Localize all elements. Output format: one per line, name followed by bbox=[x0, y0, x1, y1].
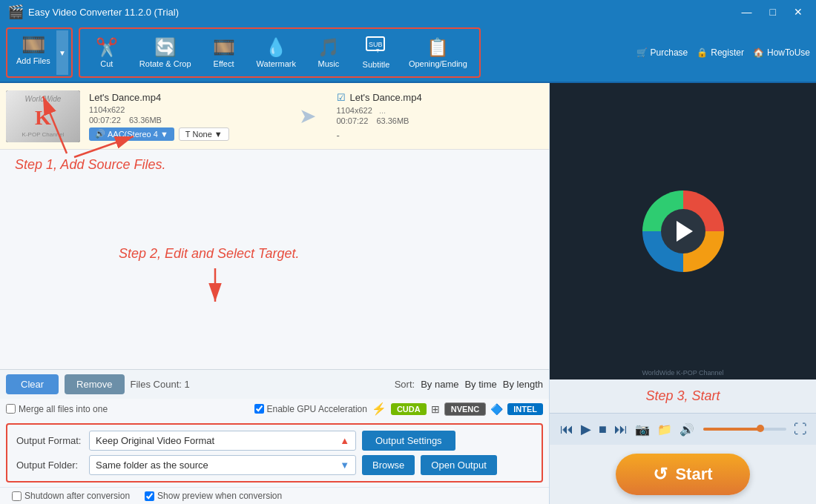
play-button-overlay bbox=[661, 209, 705, 253]
sort-by-time[interactable]: By time bbox=[464, 379, 496, 390]
intel-icon: 🔷 bbox=[490, 403, 503, 415]
start-label: Start bbox=[675, 465, 712, 484]
enable-gpu-input[interactable] bbox=[254, 404, 264, 414]
volume-slider[interactable] bbox=[703, 428, 786, 431]
output-duration-size: 00:07:22 63.36MB bbox=[337, 116, 535, 125]
how-to-use-icon: 🏠 bbox=[753, 47, 764, 58]
gpu-nvenc-icon: ⊞ bbox=[431, 403, 440, 415]
start-button[interactable]: ↺ Start bbox=[616, 454, 749, 495]
register-icon: 🔒 bbox=[697, 47, 708, 58]
music-button[interactable]: 🎵 Music bbox=[306, 31, 351, 74]
output-dash: - bbox=[337, 130, 535, 141]
open-folder-btn[interactable]: 📁 bbox=[656, 421, 674, 438]
audio-track-btn[interactable]: 🔊 AAC(Stereo 4 ▼ bbox=[89, 127, 174, 141]
show-preview-input[interactable] bbox=[145, 491, 154, 501]
output-folder-row: Output Folder: Same folder as the source… bbox=[16, 455, 533, 475]
stop-btn[interactable]: ■ bbox=[597, 420, 608, 439]
output-folder-arrow: ▼ bbox=[340, 460, 349, 471]
step3-text: Step 3, Start bbox=[645, 388, 720, 404]
enable-gpu-label: Enable GPU Acceleration bbox=[267, 404, 367, 414]
left-panel: WorldWide K K-POP Channel Let's Dance.mp… bbox=[0, 83, 549, 504]
bottom-bar: Clear Remove Files Count: 1 Sort: By nam… bbox=[0, 369, 549, 399]
source-file-name: Let's Dance.mp4 bbox=[89, 92, 287, 103]
music-label: Music bbox=[318, 59, 340, 68]
volume-thumb bbox=[757, 425, 764, 432]
nvenc-badge[interactable]: NVENC bbox=[444, 402, 487, 416]
register-button[interactable]: 🔒 Register bbox=[697, 47, 744, 58]
add-files-icon: 🎞️ bbox=[22, 33, 45, 56]
files-count: Files Count: 1 bbox=[131, 379, 190, 390]
minimize-btn[interactable]: — bbox=[736, 4, 758, 19]
sort-label: Sort: bbox=[395, 379, 415, 390]
enable-gpu-checkbox[interactable]: Enable GPU Acceleration bbox=[254, 404, 367, 414]
remove-button[interactable]: Remove bbox=[65, 374, 124, 394]
skip-forward-btn[interactable]: ⏭ bbox=[613, 420, 629, 439]
purchase-icon: 🛒 bbox=[636, 47, 648, 58]
shutdown-input[interactable] bbox=[12, 491, 22, 501]
output-settings-area: Output Format: Keep Original Video Forma… bbox=[6, 423, 543, 483]
maximize-btn[interactable]: □ bbox=[764, 4, 782, 19]
watermark-button[interactable]: 💧 Watermark bbox=[249, 31, 303, 74]
subtitle-icon: SUB T bbox=[366, 36, 386, 59]
output-folder-select[interactable]: Same folder as the source ▼ bbox=[89, 455, 356, 475]
intel-badge[interactable]: INTEL bbox=[507, 403, 543, 415]
output-format-row: Output Format: Keep Original Video Forma… bbox=[16, 431, 533, 451]
output-format-select[interactable]: Keep Original Video Format ▲ bbox=[89, 431, 356, 451]
app-icon: 🎬 bbox=[7, 4, 24, 20]
add-files-button[interactable]: 🎞️ Add Files bbox=[10, 30, 56, 73]
sort-by-name[interactable]: By name bbox=[421, 379, 458, 390]
step2-text: Step 2, Edit and Select Target. bbox=[119, 246, 300, 262]
music-icon: 🎵 bbox=[317, 37, 340, 58]
volume-btn[interactable]: 🔊 bbox=[678, 421, 696, 438]
cut-icon: ✂️ bbox=[96, 37, 118, 58]
start-icon: ↺ bbox=[653, 464, 668, 485]
subtitle-track-btn[interactable]: T None ▼ bbox=[179, 127, 229, 141]
subtitle-button[interactable]: SUB T Subtitle bbox=[354, 31, 398, 74]
edit-tools-group: ✂️ Cut 🔄 Rotate & Crop 🎞️ Effect 💧 Water… bbox=[79, 27, 481, 78]
sort-by-length[interactable]: By length bbox=[503, 379, 543, 390]
channel-label: WorldWide K-POP Channel bbox=[642, 369, 723, 377]
svg-text:T: T bbox=[376, 48, 380, 53]
purchase-button[interactable]: 🛒 Purchase bbox=[636, 47, 688, 58]
output-folder-value: Same folder as the source bbox=[96, 460, 208, 471]
merge-files-input[interactable] bbox=[6, 404, 16, 414]
skip-back-btn[interactable]: ⏮ bbox=[559, 420, 575, 439]
opening-ending-label: Opening/Ending bbox=[409, 59, 467, 68]
step3-area: Step 3, Start bbox=[550, 379, 816, 413]
opening-ending-button[interactable]: 📋 Opening/Ending bbox=[401, 31, 475, 74]
add-files-dropdown-btn[interactable]: ▼ bbox=[56, 30, 68, 75]
output-resolution: 1104x622 ... bbox=[337, 106, 535, 115]
register-label: Register bbox=[711, 47, 744, 58]
file-thumbnail: WorldWide K K-POP Channel bbox=[6, 90, 80, 142]
top-right-area: 🛒 Purchase 🔒 Register 🏠 HowToUse bbox=[636, 47, 810, 58]
play-btn[interactable]: ▶ bbox=[579, 420, 593, 439]
main-area: WorldWide K K-POP Channel Let's Dance.mp… bbox=[0, 83, 816, 504]
player-controls: ⏮ ▶ ■ ⏭ 📷 📁 🔊 ⛶ bbox=[550, 413, 816, 445]
preview-image: WorldWide K-POP Channel bbox=[550, 83, 816, 379]
open-output-button[interactable]: Open Output bbox=[421, 455, 496, 475]
rotate-label: Rotate & Crop bbox=[139, 59, 191, 68]
preview-area: WorldWide K-POP Channel bbox=[550, 83, 816, 379]
output-settings-button[interactable]: Output Settings bbox=[362, 431, 455, 451]
app-title: Easy Video Converter 11.2.0 (Trial) bbox=[28, 7, 179, 18]
output-format-label: Output Format: bbox=[16, 435, 83, 446]
step1-text: Step 1, Add Source Files. bbox=[15, 157, 165, 173]
how-to-use-label: HowToUse bbox=[767, 47, 810, 58]
rotate-crop-button[interactable]: 🔄 Rotate & Crop bbox=[132, 31, 199, 74]
show-preview-checkbox[interactable]: Show preview when conversion bbox=[145, 491, 282, 501]
cuda-badge[interactable]: CUDA bbox=[391, 403, 427, 415]
screenshot-btn[interactable]: 📷 bbox=[634, 421, 651, 438]
svg-text:SUB: SUB bbox=[369, 41, 383, 48]
effect-button[interactable]: 🎞️ Effect bbox=[202, 31, 246, 74]
clear-button[interactable]: Clear bbox=[6, 374, 59, 394]
gpu-row: Merge all files into one Enable GPU Acce… bbox=[0, 399, 549, 419]
merge-files-checkbox[interactable]: Merge all files into one bbox=[6, 404, 108, 414]
fullscreen-btn[interactable]: ⛶ bbox=[794, 422, 807, 437]
close-btn[interactable]: ✕ bbox=[788, 4, 809, 19]
how-to-use-button[interactable]: 🏠 HowToUse bbox=[753, 47, 810, 58]
browse-button[interactable]: Browse bbox=[362, 455, 415, 475]
cut-label: Cut bbox=[100, 59, 113, 68]
source-file-duration: 00:07:22 63.36MB bbox=[89, 116, 287, 125]
cut-button[interactable]: ✂️ Cut bbox=[85, 31, 129, 74]
shutdown-checkbox[interactable]: Shutdown after conversion bbox=[12, 491, 130, 501]
